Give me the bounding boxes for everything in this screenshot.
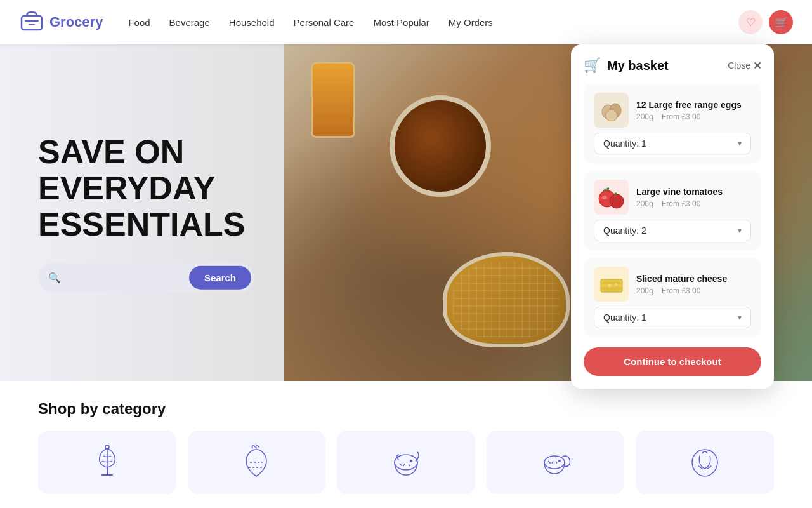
shop-section: Shop by category <box>0 381 812 507</box>
quantity-select-eggs[interactable]: Quantity: 1 ▾ <box>594 133 751 154</box>
cart-button[interactable]: 🛒 <box>769 10 793 34</box>
quantity-label-cheese: Quantity: 1 <box>603 312 646 323</box>
item-weight-eggs: 200g <box>636 112 653 121</box>
basket-item-eggs: 12 Large free range eggs 200g From £3.00… <box>584 84 761 163</box>
basket-cart-icon: 🛒 <box>584 57 601 74</box>
search-button[interactable]: Search <box>189 265 251 289</box>
item-top-tomatoes: Large vine tomatoes 200g From £3.00 <box>594 180 751 215</box>
category-card-2[interactable] <box>337 431 475 494</box>
item-info-eggs: 12 Large free range eggs 200g From £3.00 <box>636 100 751 121</box>
chevron-down-icon-eggs: ▾ <box>738 139 742 148</box>
basket-title: My basket <box>607 58 669 73</box>
item-meta-tomatoes: 200g From £3.00 <box>636 199 751 208</box>
svg-point-4 <box>544 456 565 469</box>
item-name-cheese: Sliced mature cheese <box>636 274 751 284</box>
close-x-icon: ✕ <box>753 60 761 72</box>
item-image-eggs <box>594 93 629 128</box>
basket-items: 12 Large free range eggs 200g From £3.00… <box>584 84 761 337</box>
jar-decoration <box>311 62 355 138</box>
basket-item-tomatoes: Large vine tomatoes 200g From £3.00 Quan… <box>584 171 761 250</box>
svg-point-8 <box>606 110 617 121</box>
header-icons: ♡ 🛒 <box>738 10 793 34</box>
logo-icon <box>19 10 44 35</box>
svg-rect-13 <box>601 282 622 284</box>
item-weight-cheese: 200g <box>636 286 653 295</box>
basket-close-button[interactable]: Close ✕ <box>728 60 761 72</box>
item-name-eggs: 12 Large free range eggs <box>636 100 751 110</box>
hero-content: SAVE ON EVERYDAY ESSENTIALS 🔍 Search <box>38 134 254 292</box>
category-card-1[interactable] <box>188 431 326 494</box>
nav-item-personal-care[interactable]: Personal Care <box>294 17 355 28</box>
item-meta-cheese: 200g From £3.00 <box>636 286 751 295</box>
svg-point-16 <box>615 283 617 286</box>
header: Grocery Food Beverage Household Personal… <box>0 0 812 44</box>
chevron-down-icon-tomatoes: ▾ <box>738 226 742 235</box>
svg-point-10 <box>610 194 624 208</box>
svg-rect-12 <box>601 279 622 292</box>
basket-header: 🛒 My basket Close ✕ <box>584 57 761 74</box>
svg-rect-0 <box>22 16 42 30</box>
item-price-eggs: From £3.00 <box>662 112 700 121</box>
quantity-label-tomatoes: Quantity: 2 <box>603 225 646 236</box>
category-card-3[interactable] <box>487 431 625 494</box>
nav-item-my-orders[interactable]: My Orders <box>449 17 493 28</box>
item-top-eggs: 12 Large free range eggs 200g From £3.00 <box>594 93 751 128</box>
svg-point-15 <box>608 284 612 287</box>
basket-panel: 🛒 My basket Close ✕ 12 Large free range … <box>571 44 774 389</box>
hero-title-line1: SAVE ON <box>38 133 184 170</box>
waffle-decoration <box>443 252 570 347</box>
quantity-select-tomatoes[interactable]: Quantity: 2 ▾ <box>594 220 751 241</box>
hero-title-line2: EVERYDAY <box>38 170 215 206</box>
category-cards <box>38 431 774 494</box>
wishlist-button[interactable]: ♡ <box>738 10 763 34</box>
category-card-4[interactable] <box>636 431 774 494</box>
item-name-tomatoes: Large vine tomatoes <box>636 187 751 197</box>
checkout-button[interactable]: Continue to checkout <box>584 347 761 376</box>
section-title: Shop by category <box>38 400 774 418</box>
hero-title: SAVE ON EVERYDAY ESSENTIALS <box>38 134 254 243</box>
chevron-down-icon-cheese: ▾ <box>738 313 742 322</box>
search-input[interactable] <box>65 272 189 283</box>
nav-item-household[interactable]: Household <box>229 17 275 28</box>
coffee-cup-decoration <box>390 95 491 197</box>
item-meta-eggs: 200g From £3.00 <box>636 112 751 121</box>
logo-text: Grocery <box>49 14 103 30</box>
svg-point-3 <box>410 460 412 462</box>
svg-point-11 <box>602 196 607 199</box>
logo-area[interactable]: Grocery <box>19 10 103 35</box>
basket-item-cheese: Sliced mature cheese 200g From £3.00 Qua… <box>584 258 761 337</box>
item-info-tomatoes: Large vine tomatoes 200g From £3.00 <box>636 187 751 208</box>
basket-title-area: 🛒 My basket <box>584 57 669 74</box>
quantity-label-eggs: Quantity: 1 <box>603 138 646 149</box>
nav-item-food[interactable]: Food <box>128 17 150 28</box>
search-bar: 🔍 Search <box>38 263 254 291</box>
item-price-cheese: From £3.00 <box>662 286 700 295</box>
close-label: Close <box>728 60 750 70</box>
quantity-select-cheese[interactable]: Quantity: 1 ▾ <box>594 307 751 328</box>
svg-rect-14 <box>601 287 622 290</box>
hero-title-line3: ESSENTIALS <box>38 206 246 243</box>
search-icon: 🔍 <box>48 271 61 283</box>
item-info-cheese: Sliced mature cheese 200g From £3.00 <box>636 274 751 295</box>
nav-item-most-popular[interactable]: Most Popular <box>373 17 429 28</box>
svg-point-2 <box>395 455 417 470</box>
svg-point-5 <box>558 460 561 462</box>
nav-item-beverage[interactable]: Beverage <box>169 17 210 28</box>
main-nav: Food Beverage Household Personal Care Mo… <box>128 17 738 28</box>
category-card-0[interactable] <box>38 431 176 494</box>
item-weight-tomatoes: 200g <box>636 199 653 208</box>
item-image-tomatoes <box>594 180 629 215</box>
item-top-cheese: Sliced mature cheese 200g From £3.00 <box>594 267 751 302</box>
item-image-cheese <box>594 267 629 302</box>
item-price-tomatoes: From £3.00 <box>662 199 700 208</box>
